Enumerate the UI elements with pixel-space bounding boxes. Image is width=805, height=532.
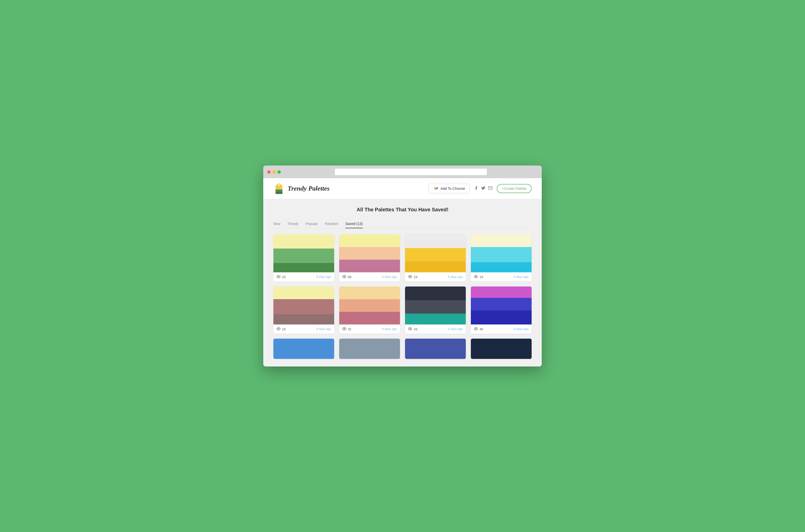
palette-card[interactable]: 19 6 days ago [471,234,531,282]
time-ago: 6 days ago [382,275,397,279]
swatch [339,260,400,272]
eye-icon [474,275,478,279]
view-count: 19 [408,275,417,279]
palette-card[interactable] [471,339,531,359]
logo-area: Trendy Palettes [274,182,330,195]
tab-saved[interactable]: Saved (13) [345,220,362,228]
palette-info: 48 6 days ago [471,324,531,334]
svg-point-11 [344,328,345,329]
palette-swatches [274,339,334,359]
swatch [339,234,400,247]
palette-swatches [339,339,400,359]
eye-icon [474,327,478,331]
svg-point-9 [475,276,476,277]
palette-card[interactable]: 16 6 days ago [274,286,334,334]
palette-info: 19 6 days ago [471,272,531,282]
swatch [471,310,531,324]
main-content: All The Palettes That You Have Saved! Ne… [263,199,542,366]
eye-icon [408,275,412,279]
svg-point-5 [435,188,436,189]
tab-popular[interactable]: Popular [305,220,318,228]
view-count: 33 [277,275,285,279]
address-bar[interactable] [335,169,487,175]
palette-card[interactable]: 66 6 days ago [339,234,400,282]
logo-icon [274,182,284,195]
svg-rect-1 [276,190,282,192]
swatch [405,286,466,300]
swatch [471,234,531,247]
add-to-chrome-button[interactable]: Add To Chrome [429,184,470,193]
tab-random[interactable]: Random [325,220,338,228]
svg-point-13 [475,328,476,329]
eye-icon [342,275,346,279]
palette-card[interactable]: 31 6 days ago [339,286,400,334]
create-palette-button[interactable]: +Create Palette [497,184,531,193]
window-controls [267,170,281,174]
palette-swatches [339,234,400,272]
site-name: Trendy Palettes [287,185,330,192]
time-ago: 6 days ago [316,327,331,331]
add-to-chrome-label: Add To Chrome [441,187,465,191]
swatch [405,314,466,324]
close-button[interactable] [267,170,270,174]
svg-point-7 [344,276,345,277]
palette-card[interactable] [274,339,334,359]
chrome-icon [433,186,438,191]
count: 16 [414,327,417,331]
header-right: Add To Chrome +Create Palette [429,184,531,193]
palette-info: 66 6 days ago [339,272,400,282]
time-ago: 6 days ago [448,275,463,279]
tab-trendy[interactable]: Trendy [287,220,298,228]
palette-card[interactable] [339,339,400,359]
swatch [339,286,400,299]
swatch [471,286,531,298]
swatch [274,339,334,359]
palette-card[interactable]: 19 6 days ago [405,234,466,282]
email-icon[interactable] [488,186,493,191]
view-count: 16 [277,327,285,331]
swatch [274,234,334,249]
site-header: Trendy Palettes Add To Chrome [263,178,542,199]
swatch [405,339,466,359]
swatch [405,234,466,248]
facebook-icon[interactable] [474,186,479,191]
eye-icon [342,327,346,331]
count: 19 [480,275,483,279]
browser-content: Trendy Palettes Add To Chrome [263,178,542,366]
palette-swatches [274,234,334,272]
swatch [274,286,334,299]
swatch [274,263,334,272]
eye-icon [277,275,280,279]
palette-card[interactable]: 48 6 days ago [471,286,531,334]
palette-grid: 33 6 days ago [274,234,531,359]
palette-info: 31 6 days ago [339,324,400,334]
swatch [339,312,400,324]
count: 48 [480,327,483,331]
svg-point-12 [410,328,411,329]
social-icons [474,186,493,191]
palette-card[interactable]: 33 6 days ago [274,234,334,282]
count: 66 [348,275,351,279]
palette-card[interactable] [405,339,466,359]
tabs-bar: New Trendy Popular Random Saved (13) [274,220,531,228]
swatch [339,339,400,359]
palette-card[interactable]: 16 6 days ago [405,286,466,334]
eye-icon [277,327,280,331]
swatch [274,299,334,314]
time-ago: 6 days ago [513,275,528,279]
swatch [405,262,466,272]
view-count: 31 [342,327,351,331]
time-ago: 6 days ago [316,275,331,279]
swatch [471,247,531,262]
view-count: 16 [408,327,417,331]
browser-window: Trendy Palettes Add To Chrome [263,166,542,366]
tab-new[interactable]: New [274,220,280,228]
minimize-button[interactable] [273,170,276,174]
browser-chrome [263,166,542,178]
count: 31 [348,327,351,331]
svg-point-6 [278,276,279,277]
swatch [339,247,400,260]
twitter-icon[interactable] [481,186,486,191]
eye-icon [408,327,412,331]
maximize-button[interactable] [278,170,281,174]
